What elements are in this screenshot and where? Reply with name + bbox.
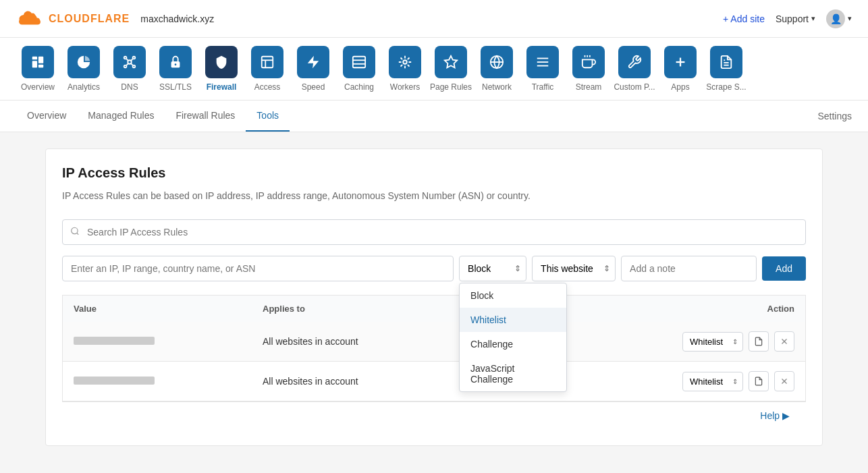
row1-edit-button[interactable] <box>749 331 769 352</box>
user-chevron-icon: ▾ <box>848 14 852 23</box>
svg-point-14 <box>175 63 177 65</box>
header: CLOUDFLARE maxchadwick.xyz + Add site Su… <box>0 0 868 38</box>
row1-delete-button[interactable] <box>774 331 794 352</box>
dropdown-item-whitelist[interactable]: Whitelist <box>460 308 566 332</box>
nav-item-stream[interactable]: Stream <box>567 46 610 92</box>
nav-item-apps[interactable]: Apps <box>659 46 702 92</box>
nav-label-scrape-s: Scrape S... <box>706 82 746 92</box>
column-header-value: Value <box>74 304 263 314</box>
user-avatar-icon: 👤 <box>826 9 845 28</box>
ip-access-rules-description: IP Access Rules can be based on IP addre… <box>62 189 806 203</box>
nav-item-custom-p[interactable]: Custom P... <box>613 46 656 92</box>
block-select-wrap: Block ⇕ Block Whitelist Challenge JavaSc… <box>459 256 526 281</box>
nav-item-analytics[interactable]: Analytics <box>62 46 105 92</box>
svg-rect-15 <box>262 57 273 68</box>
nav-label-page-rules: Page Rules <box>430 82 472 92</box>
help-link[interactable]: Help ▶ <box>760 410 790 421</box>
nav-item-overview[interactable]: Overview <box>16 46 59 92</box>
action-select-dropdown[interactable]: Block <box>459 256 526 281</box>
row2-action-select[interactable]: Whitelist <box>682 372 743 391</box>
sub-nav: Overview Managed Rules Firewall Rules To… <box>0 101 868 132</box>
row2-delete-button[interactable] <box>774 371 794 391</box>
svg-point-5 <box>124 57 127 59</box>
domain-name: maxchadwick.xyz <box>140 13 723 24</box>
add-site-button[interactable]: + Add site <box>723 13 765 24</box>
nav-icon-traffic <box>526 46 559 78</box>
search-input[interactable] <box>62 219 806 245</box>
settings-link[interactable]: Settings <box>817 111 852 121</box>
dropdown-item-block[interactable]: Block <box>460 283 566 308</box>
header-right: + Add site Support ▾ 👤 ▾ <box>723 9 852 28</box>
nav-item-scrape-s[interactable]: Scrape S... <box>705 46 748 92</box>
ip-range-input[interactable] <box>62 256 454 281</box>
row1-action-select[interactable]: Whitelist <box>682 332 743 352</box>
row2-action-cell: Whitelist ⇕ <box>528 371 794 391</box>
nav-label-network: Network <box>482 82 512 92</box>
svg-marker-23 <box>445 56 457 67</box>
user-button[interactable]: 👤 ▾ <box>826 9 852 28</box>
cloudflare-wordmark: CLOUDFLARE <box>49 13 130 25</box>
nav-icon-speed <box>297 46 329 78</box>
table-row: All websites in account Whitelist ⇕ <box>62 322 806 362</box>
add-button[interactable]: Add <box>762 256 806 281</box>
nav-icon-scrape-s <box>710 46 742 78</box>
nav-icon-dns <box>113 46 146 78</box>
nav-item-page-rules[interactable]: Page Rules <box>429 46 472 92</box>
nav-icon-firewall <box>205 46 238 78</box>
svg-line-9 <box>126 59 128 61</box>
svg-line-11 <box>126 63 128 65</box>
dropdown-item-challenge[interactable]: Challenge <box>460 332 566 356</box>
logo: CLOUDFLARE <box>16 7 130 31</box>
svg-point-7 <box>124 65 127 68</box>
nav-item-dns[interactable]: DNS <box>108 46 151 92</box>
nav-icon-custom-p <box>618 46 651 78</box>
search-icon <box>70 227 80 238</box>
nav-label-ssl-tls: SSL/TLS <box>159 82 192 92</box>
row2-value <box>74 376 263 387</box>
nav-icon-ssl-tls <box>159 46 192 78</box>
row1-action-cell: Whitelist ⇕ <box>528 331 794 352</box>
nav-item-caching[interactable]: Caching <box>337 46 381 92</box>
nav-icon-stream <box>572 46 605 78</box>
sub-nav-overview[interactable]: Overview <box>16 101 77 132</box>
nav-label-speed: Speed <box>302 82 325 92</box>
nav-icon-analytics <box>67 46 100 78</box>
card-footer: Help ▶ <box>62 401 806 429</box>
svg-rect-0 <box>32 57 37 60</box>
ip-access-rules-title: IP Access Rules <box>62 165 806 181</box>
svg-marker-18 <box>308 56 319 68</box>
support-button[interactable]: Support ▾ <box>776 13 815 24</box>
nav-item-speed[interactable]: Speed <box>292 46 335 92</box>
main-content: IP Access Rules IP Access Rules can be b… <box>29 132 839 462</box>
filter-row: Block ⇕ Block Whitelist Challenge JavaSc… <box>62 256 806 281</box>
svg-rect-3 <box>38 65 43 68</box>
svg-point-6 <box>133 57 136 59</box>
nav-label-workers: Workers <box>390 82 420 92</box>
nav-icon-workers <box>389 46 421 78</box>
svg-rect-19 <box>353 57 365 68</box>
nav-item-network[interactable]: Network <box>475 46 518 92</box>
support-chevron-icon: ▾ <box>811 14 815 23</box>
dropdown-item-javascript-challenge[interactable]: JavaScript Challenge <box>460 356 566 391</box>
cloudflare-logo-icon <box>16 7 43 31</box>
sub-nav-firewall-rules[interactable]: Firewall Rules <box>165 101 246 132</box>
sub-nav-tools[interactable]: Tools <box>246 101 290 132</box>
nav-icon-caching <box>343 46 375 78</box>
nav-item-firewall[interactable]: Firewall <box>200 46 243 92</box>
nav-item-workers[interactable]: Workers <box>383 46 427 92</box>
action-dropdown-menu: Block Whitelist Challenge JavaScript Cha… <box>459 283 567 392</box>
nav-label-traffic: Traffic <box>532 82 554 92</box>
ip-access-rules-card: IP Access Rules IP Access Rules can be b… <box>45 148 823 446</box>
website-select-wrap: This website ⇕ <box>532 256 616 281</box>
note-input[interactable] <box>621 256 757 281</box>
nav-icon-network <box>481 46 513 78</box>
nav-item-ssl-tls[interactable]: SSL/TLS <box>154 46 197 92</box>
website-select-dropdown[interactable]: This website <box>532 256 616 281</box>
nav-label-analytics: Analytics <box>67 82 100 92</box>
svg-line-10 <box>131 59 133 61</box>
row2-edit-button[interactable] <box>749 371 769 391</box>
nav-item-traffic[interactable]: Traffic <box>521 46 564 92</box>
row1-value <box>74 336 263 347</box>
nav-item-access[interactable]: Access <box>246 46 289 92</box>
sub-nav-managed-rules[interactable]: Managed Rules <box>77 101 165 132</box>
